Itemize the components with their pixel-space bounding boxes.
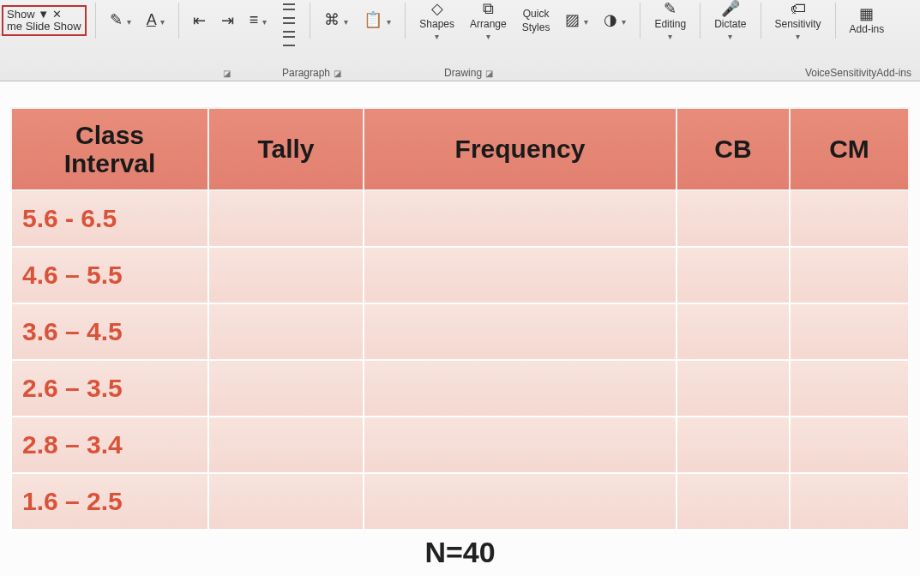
chevron-down-icon: ▾ (796, 32, 800, 41)
quick-label: Quick (523, 8, 550, 20)
quick-styles-button[interactable]: Quick Styles (517, 6, 556, 35)
table-row[interactable]: 5.6 - 6.5 (11, 190, 909, 247)
font-color-icon: A ▾ (147, 12, 165, 30)
chevron-down-icon: ▾ (728, 32, 732, 41)
cell-cb[interactable] (676, 473, 790, 530)
slideshow-box[interactable]: Show ▼ ✕ me Slide Show (2, 5, 87, 36)
separator (640, 3, 640, 39)
chevron-down-icon: ▾ (668, 32, 672, 41)
th-cb[interactable]: CB (676, 108, 790, 190)
align-justify-icon (283, 36, 295, 46)
group-sensitivity: Sensitivity (830, 67, 876, 79)
cell-cm[interactable] (790, 303, 909, 360)
cell-cm[interactable] (790, 473, 909, 530)
cell-interval[interactable]: 1.6 – 2.5 (11, 473, 208, 530)
cell-cb[interactable] (676, 190, 790, 247)
effects-icon: ◑ ▾ (604, 12, 626, 30)
launcher-icon[interactable]: ◪ (485, 69, 493, 78)
table-row[interactable]: 1.6 – 2.5 (11, 473, 909, 530)
group-paragraph-label: Paragraph (282, 67, 330, 79)
launcher-icon[interactable]: ◪ (334, 69, 341, 78)
chevron-down-icon: ▾ (435, 32, 439, 41)
addins-button[interactable]: ▦ Add-ins (845, 4, 890, 37)
th-frequency[interactable]: Frequency (364, 108, 676, 190)
table-row[interactable]: 3.6 – 4.5 (11, 303, 909, 360)
cell-cm[interactable] (790, 417, 909, 473)
cell-cm[interactable] (790, 360, 909, 417)
group-voice: Voice (805, 67, 830, 79)
slide-canvas[interactable]: ClassInterval Tally Frequency CB CM 5.6 … (0, 81, 920, 576)
align-left-icon (283, 0, 295, 5)
editing-button[interactable]: ✎ Editing ▾ (649, 0, 691, 43)
cell-frequency[interactable] (364, 303, 676, 360)
cell-tally[interactable] (208, 247, 364, 303)
cell-interval[interactable]: 2.8 – 3.4 (11, 417, 208, 473)
cell-interval[interactable]: 2.6 – 3.5 (11, 360, 208, 417)
list-button[interactable]: ≡ ▾ (244, 10, 273, 32)
table-row[interactable]: 4.6 – 5.5 (11, 247, 909, 303)
cell-frequency[interactable] (364, 247, 676, 303)
cell-frequency[interactable] (364, 190, 676, 247)
group-addins: Add-ins (876, 67, 911, 79)
cell-cb[interactable] (676, 303, 790, 360)
cell-cm[interactable] (790, 247, 909, 303)
th-tally[interactable]: Tally (208, 108, 364, 190)
addins-label: Add-ins (850, 23, 885, 35)
align-buttons[interactable] (277, 0, 301, 49)
table-header-row: ClassInterval Tally Frequency CB CM (11, 108, 909, 190)
cell-interval[interactable]: 4.6 – 5.5 (11, 247, 208, 303)
ribbon: Show ▼ ✕ me Slide Show ✎ ▾ A ▾ ⇤ ⇥ ≡ ▾ ⌘… (0, 0, 920, 81)
shapes-button[interactable]: ◇ Shapes ▾ (414, 0, 460, 43)
cell-frequency[interactable] (364, 360, 676, 417)
pen-icon: ✎ ▾ (110, 12, 131, 30)
align-center-icon (283, 9, 295, 19)
font-color-button[interactable]: A ▾ (141, 10, 170, 32)
separator (310, 3, 310, 39)
slideshow-line1: Show ▼ ✕ (7, 9, 81, 21)
cell-tally[interactable] (208, 190, 364, 247)
cell-tally[interactable] (208, 360, 364, 417)
cell-tally[interactable] (208, 473, 364, 530)
cell-cb[interactable] (676, 360, 790, 417)
cell-interval[interactable]: 3.6 – 4.5 (11, 303, 208, 360)
indent-icon: ⇥ (221, 13, 234, 28)
shape-outline-button[interactable]: ▨ ▾ (560, 10, 593, 32)
separator (761, 3, 761, 39)
paste-button[interactable]: 📋 ▾ (358, 10, 396, 32)
symbol-button[interactable]: ⌘ ▾ (319, 10, 353, 32)
separator (700, 3, 701, 39)
align-right-icon (283, 22, 295, 33)
dictate-button[interactable]: 🎤 Dictate ▾ (709, 0, 751, 43)
table-row[interactable]: 2.6 – 3.5 (11, 360, 909, 417)
editing-icon: ✎ (664, 1, 676, 16)
cell-tally[interactable] (208, 303, 364, 360)
list-icon: ≡ ▾ (250, 12, 268, 30)
group-drawing: Drawing ◪ (444, 67, 493, 79)
shape-effects-button[interactable]: ◑ ▾ (598, 10, 631, 32)
separator (405, 3, 406, 39)
cell-cb[interactable] (676, 417, 790, 473)
th-class-interval[interactable]: ClassInterval (11, 108, 208, 190)
cell-frequency[interactable] (364, 473, 676, 530)
n-total[interactable]: N=40 (10, 536, 910, 569)
group-font-launcher[interactable]: ◪ (223, 67, 231, 79)
cell-tally[interactable] (208, 417, 364, 473)
cell-frequency[interactable] (364, 417, 676, 473)
cell-cb[interactable] (676, 247, 790, 303)
launcher-icon: ◪ (223, 69, 231, 78)
font-underline-color-button[interactable]: ✎ ▾ (105, 10, 136, 32)
separator (835, 3, 836, 39)
indent-increase-button[interactable]: ⇥ (216, 11, 239, 30)
indent-decrease-button[interactable]: ⇤ (188, 11, 211, 30)
group-voice-label: Voice (805, 67, 830, 79)
sensitivity-button[interactable]: 🏷 Sensitivity ▾ (770, 0, 827, 43)
table-row[interactable]: 2.8 – 3.4 (11, 417, 909, 473)
arrange-label: Arrange (470, 18, 507, 30)
arrange-button[interactable]: ⧉ Arrange ▾ (465, 0, 512, 43)
cell-cm[interactable] (790, 190, 909, 247)
paste-icon: 📋 ▾ (364, 12, 391, 30)
frequency-table[interactable]: ClassInterval Tally Frequency CB CM 5.6 … (10, 107, 910, 531)
th-cm[interactable]: CM (790, 108, 909, 190)
th-class-interval-label: ClassInterval (19, 121, 201, 177)
cell-interval[interactable]: 5.6 - 6.5 (11, 190, 208, 247)
